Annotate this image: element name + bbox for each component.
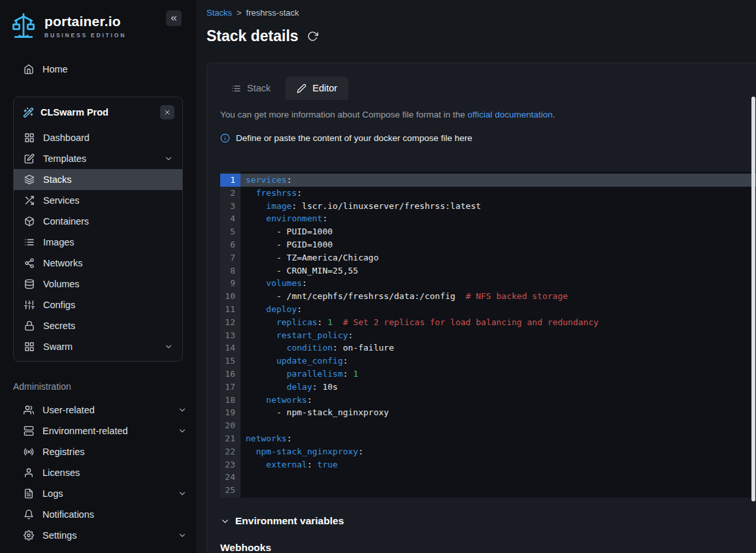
line-number: 14 [220, 341, 240, 355]
code-line: networks: [240, 394, 756, 407]
bell-icon [24, 509, 34, 520]
environment-close-button[interactable] [160, 105, 174, 119]
line-number: 25 [220, 484, 240, 497]
sidebar-item-notifications[interactable]: Notifications [0, 504, 196, 525]
refresh-icon[interactable] [307, 31, 318, 42]
code-line: - CRON_MIN=25,55 [240, 264, 756, 277]
portainer-logo-icon [9, 12, 38, 40]
sidebar-item-templates[interactable]: Templates [14, 148, 182, 169]
code-line: environment: [240, 212, 756, 225]
brand-name: portainer.io [44, 14, 126, 29]
menu-item-label: Logs [42, 488, 63, 499]
tab-label: Stack [247, 83, 271, 93]
layers-icon [24, 174, 35, 185]
line-number: 8 [220, 264, 240, 277]
environment-variables-section[interactable]: Environment variables [220, 515, 756, 527]
sidebar-item-services[interactable]: Services [14, 190, 182, 211]
tab-stack[interactable]: Stack [220, 76, 282, 100]
menu-item-label: Containers [43, 216, 89, 227]
tab-editor[interactable]: Editor [286, 76, 348, 100]
editor-hint-text: Define or paste the content of your dock… [236, 133, 472, 143]
stack-details-widget: Stack Editor You can get more informatio… [206, 63, 756, 553]
chevron-down-icon [164, 342, 173, 351]
sliders-icon [24, 300, 35, 310]
line-number: 1 [220, 174, 240, 187]
line-number: 11 [220, 303, 240, 316]
code-line [240, 419, 756, 432]
app: portainer.io BUSINESS EDITION Home CLSwa… [0, 0, 756, 553]
menu-item-label: Volumes [43, 279, 80, 289]
sidebar-item-secrets[interactable]: Secrets [14, 315, 182, 336]
editor-gutter: 1234567891011121314151617181920212223242… [220, 172, 240, 498]
users-icon [24, 405, 34, 415]
code-line: parallelism: 1 [240, 368, 756, 381]
code-line: networks: [240, 432, 756, 445]
code-line: freshrss: [240, 187, 756, 200]
docs-text: You can get more information about Compo… [220, 110, 467, 119]
menu-item-label: Dashboard [43, 133, 90, 143]
code-line: services: [240, 174, 756, 187]
line-number: 22 [220, 445, 240, 458]
code-line [240, 471, 756, 484]
breadcrumb-stacks-link[interactable]: Stacks [206, 8, 232, 18]
sidebar-item-stacks[interactable]: Stacks [14, 169, 182, 190]
code-line: delay: 10s [240, 381, 756, 394]
server-icon [24, 426, 34, 436]
menu-item-label: Stacks [43, 174, 72, 185]
chevron-down-icon [220, 516, 230, 526]
chevron-down-icon [164, 154, 173, 163]
tab-label: Editor [312, 83, 337, 93]
sidebar-item-networks[interactable]: Networks [14, 253, 182, 274]
code-line: volumes: [240, 277, 756, 290]
page-scrollbar[interactable] [751, 97, 755, 501]
environment-menu: DashboardTemplatesStacksServicesContaine… [14, 127, 182, 357]
sidebar-item-volumes[interactable]: Volumes [14, 274, 182, 294]
environment-section: CLSwarm Prod DashboardTemplatesStacksSer… [13, 97, 183, 362]
menu-item-label: Home [42, 64, 68, 74]
code-line: - TZ=America/Chicago [240, 251, 756, 264]
section-title: Webhooks [220, 542, 271, 553]
sidebar-item-containers[interactable]: Containers [14, 211, 182, 232]
file-text-icon [24, 488, 34, 499]
edit-icon [24, 153, 35, 164]
code-line: - /mnt/cephfs/freshrss/data:/config # NF… [240, 290, 756, 303]
environment-name: CLSwarm Prod [41, 107, 154, 118]
official-documentation-link[interactable]: official documentation [467, 110, 552, 119]
sidebar-item-environment-related[interactable]: Environment-related [0, 420, 196, 441]
line-number: 19 [220, 406, 240, 419]
settings-icon [24, 530, 34, 541]
chevron-down-icon [178, 405, 187, 415]
main-content: Stacks > freshrss-stack Stack details St… [196, 0, 756, 553]
section-title: Environment variables [235, 515, 344, 527]
home-icon [24, 64, 34, 74]
line-number: 20 [220, 419, 240, 432]
line-number: 18 [220, 394, 240, 407]
line-number: 4 [220, 212, 240, 225]
line-number: 23 [220, 458, 240, 471]
list-icon [24, 237, 35, 247]
code-line: condition: on-failure [240, 341, 756, 355]
sidebar-item-configs[interactable]: Configs [14, 294, 182, 315]
code-line: update_config: [240, 355, 756, 368]
sidebar-item-registries[interactable]: Registries [0, 441, 196, 462]
sidebar-item-home[interactable]: Home [0, 59, 196, 80]
menu-item-label: Swarm [43, 341, 73, 352]
page-title-row: Stack details [206, 27, 756, 45]
code-line: - PUID=1000 [240, 225, 756, 238]
sidebar-item-swarm[interactable]: Swarm [14, 336, 182, 357]
sidebar-item-dashboard[interactable]: Dashboard [14, 127, 182, 148]
sidebar-item-logs[interactable]: Logs [0, 483, 196, 504]
sidebar-collapse-button[interactable] [166, 10, 182, 26]
database-icon [24, 279, 35, 289]
sidebar-item-images[interactable]: Images [14, 232, 182, 253]
chevron-down-icon [178, 489, 187, 498]
menu-item-label: Registries [42, 447, 84, 457]
line-number: 2 [220, 187, 240, 200]
administration-menu: User-relatedEnvironment-relatedRegistrie… [0, 400, 196, 546]
editor-hint: Define or paste the content of your dock… [220, 133, 743, 143]
sidebar-item-user-related[interactable]: User-related [0, 400, 196, 420]
compose-docs-text: You can get more information about Compo… [220, 110, 743, 119]
compose-editor[interactable]: 1234567891011121314151617181920212223242… [220, 172, 756, 498]
sidebar-item-licenses[interactable]: Licenses [0, 462, 196, 483]
sidebar-item-settings[interactable]: Settings [0, 525, 196, 546]
